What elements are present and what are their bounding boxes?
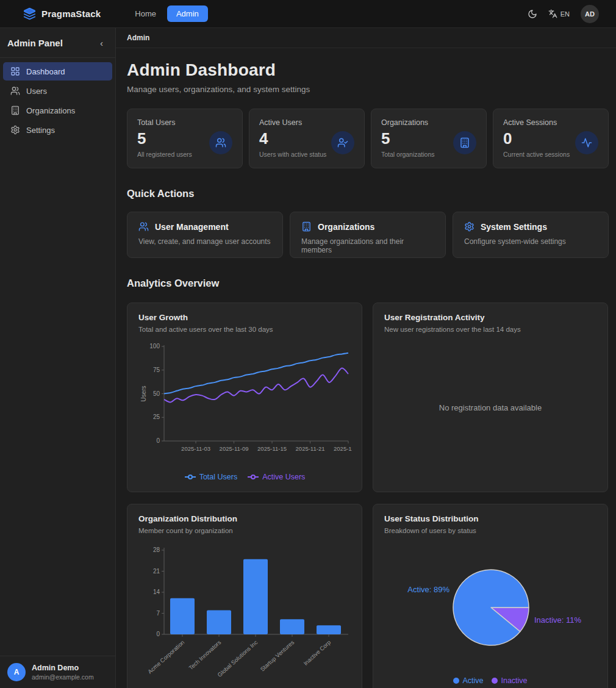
stack-logo-icon	[23, 7, 36, 20]
svg-text:2025-11-21: 2025-11-21	[296, 445, 325, 452]
svg-text:75: 75	[153, 367, 160, 373]
org-distribution-chart: 07142128Acme CorporationTech InnovatorsG…	[138, 543, 351, 683]
user-growth-card: User Growth Total and active users over …	[127, 303, 362, 492]
card-subtitle: Member count by organization	[138, 527, 351, 534]
stat-label: Organizations	[381, 118, 476, 127]
legend-label: Total Users	[199, 473, 238, 481]
action-title: Organizations	[318, 222, 374, 232]
svg-text:Startup Ventures: Startup Ventures	[259, 639, 295, 673]
card-title: Organization Distribution	[138, 514, 351, 523]
building-icon	[453, 131, 476, 154]
gear-icon	[10, 125, 20, 135]
action-desc: Manage organizations and their members	[301, 237, 434, 254]
theme-toggle-button[interactable]	[528, 9, 537, 19]
language-switcher-button[interactable]: EN	[548, 9, 570, 18]
svg-text:Global Solutions Inc: Global Solutions Inc	[216, 639, 259, 678]
svg-text:Inactive: 11%: Inactive: 11%	[534, 615, 582, 625]
action-desc: Configure system-wide settings	[464, 237, 597, 246]
stat-card-total-users: Total Users 5 All registered users	[127, 109, 243, 168]
navbar-right: EN AD	[528, 5, 599, 23]
dot-icon	[492, 678, 498, 684]
dashboard-icon	[10, 66, 20, 76]
page-content: Admin Dashboard Manage users, organizati…	[116, 48, 616, 688]
svg-text:2025-11-03: 2025-11-03	[181, 445, 210, 452]
pie-legend: Active Inactive	[384, 676, 596, 685]
svg-text:Acme Corporation: Acme Corporation	[146, 639, 185, 675]
user-email: admin@example.com	[32, 673, 94, 681]
users-icon	[138, 221, 149, 232]
svg-text:100: 100	[149, 343, 160, 349]
legend-item-active-users[interactable]: Active Users	[247, 473, 305, 481]
sidebar-header: Admin Panel ‹	[0, 28, 115, 58]
legend-label: Active Users	[262, 473, 305, 481]
legend-item-inactive[interactable]: Inactive	[492, 676, 527, 685]
language-label: EN	[560, 10, 570, 18]
user-avatar: A	[7, 663, 26, 681]
action-card-organizations[interactable]: Organizations Manage organizations and t…	[290, 212, 446, 258]
user-status-card: User Status Distribution Breakdown of us…	[373, 504, 608, 688]
brand-name: PragmaStack	[41, 9, 101, 19]
sidebar-item-dashboard[interactable]: Dashboard	[3, 62, 112, 81]
stat-label: Total Users	[137, 118, 232, 127]
svg-text:2025-11-27: 2025-11-27	[334, 445, 352, 452]
breadcrumb[interactable]: Admin	[127, 34, 149, 42]
sidebar-collapse-button[interactable]: ‹	[96, 38, 107, 48]
admin-sidebar: Admin Panel ‹ Dashboard	[0, 28, 116, 688]
nav-link-home[interactable]: Home	[130, 5, 161, 22]
building-icon	[301, 221, 312, 232]
building-icon	[10, 106, 20, 115]
activity-icon	[575, 131, 598, 154]
sidebar-user[interactable]: A Admin Demo admin@example.com	[0, 656, 115, 688]
legend-item-total-users[interactable]: Total Users	[184, 473, 238, 481]
quick-actions-row: User Management View, create, and manage…	[127, 212, 609, 258]
svg-text:0: 0	[156, 437, 160, 444]
stat-card-active-users: Active Users 4 Users with active status	[249, 109, 365, 168]
action-card-user-management[interactable]: User Management View, create, and manage…	[127, 212, 283, 258]
stat-label: Active Sessions	[503, 118, 598, 127]
user-growth-chart: 02550751002025-11-032025-11-092025-11-15…	[138, 342, 351, 469]
action-desc: View, create, and manage user accounts	[138, 237, 271, 246]
users-icon	[10, 86, 20, 96]
user-name: Admin Demo	[32, 664, 94, 672]
svg-text:Tech Innovators: Tech Innovators	[187, 639, 222, 671]
user-growth-legend: Total Users Active Users	[138, 473, 351, 481]
main-area: Admin Admin Dashboard Manage users, orga…	[116, 28, 616, 688]
line-marker-icon	[184, 474, 196, 480]
empty-message: No registration data available	[439, 403, 542, 412]
sidebar-item-settings[interactable]: Settings	[3, 121, 112, 139]
card-subtitle: Breakdown of users by status	[384, 527, 596, 534]
users-icon	[209, 131, 232, 154]
svg-text:21: 21	[153, 568, 160, 575]
svg-text:Active: 89%: Active: 89%	[407, 585, 449, 594]
analytics-grid: User Growth Total and active users over …	[127, 303, 609, 688]
top-navbar: PragmaStack Home Admin EN AD	[0, 0, 616, 28]
breadcrumb-bar: Admin	[116, 28, 616, 48]
registration-activity-card: User Registration Activity New user regi…	[373, 303, 608, 492]
moon-icon	[528, 9, 537, 19]
stat-label: Active Users	[259, 118, 354, 127]
action-card-system-settings[interactable]: System Settings Configure system-wide se…	[453, 212, 609, 258]
user-menu-avatar[interactable]: AD	[581, 5, 599, 23]
sidebar-item-users[interactable]: Users	[3, 82, 112, 100]
empty-state: No registration data available	[384, 333, 596, 482]
sidebar-item-label: Dashboard	[26, 67, 65, 76]
legend-label: Active	[462, 676, 483, 685]
svg-text:Users: Users	[140, 385, 147, 401]
nav-link-admin[interactable]: Admin	[167, 5, 208, 22]
nav-links: Home Admin	[130, 5, 208, 22]
svg-text:Inactive Corp: Inactive Corp	[302, 639, 332, 667]
action-title: System Settings	[481, 222, 547, 232]
legend-label: Inactive	[501, 676, 527, 685]
card-title: User Growth	[138, 313, 351, 322]
legend-item-active[interactable]: Active	[453, 676, 483, 685]
user-status-chart: Active: 89%Inactive: 11%	[384, 543, 596, 676]
page-subtitle: Manage users, organizations, and system …	[127, 85, 609, 94]
stat-card-organizations: Organizations 5 Total organizations	[371, 109, 487, 168]
quick-actions-heading: Quick Actions	[127, 188, 609, 199]
svg-text:7: 7	[156, 610, 160, 617]
stats-row: Total Users 5 All registered users Activ…	[127, 109, 609, 168]
sidebar-item-organizations[interactable]: Organizations	[3, 101, 112, 120]
svg-text:14: 14	[153, 589, 160, 595]
brand[interactable]: PragmaStack	[23, 7, 101, 20]
svg-text:28: 28	[153, 546, 160, 553]
